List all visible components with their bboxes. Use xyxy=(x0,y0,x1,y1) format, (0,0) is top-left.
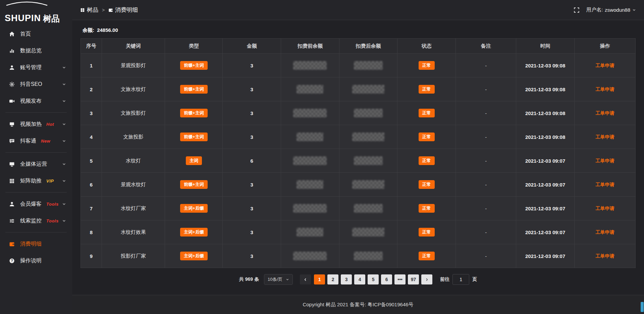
status-badge: 正常 xyxy=(419,109,435,117)
page-size-select[interactable]: 10条/页 xyxy=(264,274,293,285)
more-pages-button[interactable]: ••• xyxy=(394,274,406,284)
sidebar-item-account-manage[interactable]: 账号管理 xyxy=(0,59,72,76)
total-count: 共 969 条 xyxy=(239,276,259,282)
work-order-link[interactable]: 工单申请 xyxy=(595,134,614,140)
cell-index: 4 xyxy=(81,125,102,149)
work-order-link[interactable]: 工单申请 xyxy=(595,87,614,92)
sidebar-divider xyxy=(5,152,67,153)
video-icon xyxy=(9,98,15,104)
cell-type: 主词 xyxy=(165,149,223,173)
cell-time: 2021-12-03 09:07 xyxy=(516,244,575,268)
cell-keyword: 文旅投影灯 xyxy=(102,101,165,125)
cell-amount: 6 xyxy=(223,149,281,173)
page-button-2[interactable]: 2 xyxy=(327,274,338,284)
work-order-link[interactable]: 工单申请 xyxy=(595,110,614,116)
sidebar-item-home[interactable]: 首页 xyxy=(0,25,72,42)
masked-value xyxy=(352,180,384,189)
sidebar-item-label: 会员爆客 xyxy=(20,201,42,208)
cell-pre-balance xyxy=(281,101,339,125)
sidebar-item-data-overview[interactable]: 数据总览 xyxy=(0,42,72,59)
cell-time: 2021-12-03 09:08 xyxy=(516,77,575,101)
fullscreen-icon[interactable] xyxy=(574,7,580,13)
chevron-down-icon xyxy=(632,7,636,13)
sidebar-item-douketong[interactable]: 抖客通New xyxy=(0,133,72,149)
work-order-link[interactable]: 工单申请 xyxy=(595,63,614,68)
work-order-link[interactable]: 工单申请 xyxy=(595,206,614,211)
sidebar-item-video-heat[interactable]: 视频加热Hot xyxy=(0,116,72,133)
screen-icon xyxy=(9,121,15,127)
cell-amount: 3 xyxy=(223,244,281,268)
prev-page-button[interactable] xyxy=(300,274,311,284)
goto-page-input[interactable] xyxy=(452,274,469,285)
sidebar-item-clue-monitor[interactable]: 线索监控Tools xyxy=(0,212,72,229)
user-dropdown[interactable]: 用户名: zswodun88 xyxy=(586,7,636,13)
cell-time: 2021-12-03 09:08 xyxy=(516,125,575,149)
balance-label: 余额: xyxy=(83,27,94,33)
sidebar-item-member-baoke[interactable]: 会员爆客Tools xyxy=(0,196,72,212)
sidebar-divider xyxy=(5,232,67,232)
work-order-link[interactable]: 工单申请 xyxy=(595,253,614,259)
column-header: 关键词 xyxy=(102,39,165,54)
sidebar-item-badge: Tools xyxy=(46,218,59,223)
next-page-button[interactable] xyxy=(421,274,432,284)
cell-action: 工单申请 xyxy=(574,54,635,77)
monitor-icon xyxy=(9,161,15,167)
sidebar-divider xyxy=(5,112,67,113)
masked-value xyxy=(354,61,383,70)
chevron-down-icon xyxy=(62,202,66,206)
cell-status: 正常 xyxy=(397,125,456,149)
column-header: 操作 xyxy=(574,39,635,54)
work-order-link[interactable]: 工单申请 xyxy=(595,158,614,163)
cell-type: 主词+后缀 xyxy=(165,197,223,220)
cell-time: 2021-12-03 09:07 xyxy=(516,220,575,244)
cell-amount: 3 xyxy=(223,197,281,220)
column-header: 类型 xyxy=(165,39,223,54)
work-order-link[interactable]: 工单申请 xyxy=(595,182,614,187)
cell-amount: 3 xyxy=(223,173,281,197)
sidebar-item-douyin-seo[interactable]: 抖音SEO xyxy=(0,76,72,93)
chat-icon xyxy=(9,138,15,144)
sliders-icon xyxy=(9,218,15,224)
logo-text-cn: 树品 xyxy=(43,14,60,23)
page-button-1[interactable]: 1 xyxy=(314,274,325,284)
cell-remark: - xyxy=(456,101,516,125)
type-badge: 前缀+主词 xyxy=(180,85,208,94)
work-order-link[interactable]: 工单申请 xyxy=(595,229,614,235)
cell-keyword: 水纹灯效果 xyxy=(102,220,165,244)
table-header-row: 序号关键词类型金额扣费前余额扣费后余额状态备注时间操作 xyxy=(81,39,636,54)
grid-icon xyxy=(9,178,15,184)
sidebar-item-label: 消费明细 xyxy=(20,241,42,248)
username-label: 用户名: xyxy=(586,7,603,13)
sidebar-item-label: 视频发布 xyxy=(20,98,42,105)
table-row: 7水纹灯厂家主词+后缀3正常-2021-12-03 09:07工单申请 xyxy=(81,197,636,220)
sidebar-item-media-operation[interactable]: 全媒体运营 xyxy=(0,156,72,172)
breadcrumb-item-current[interactable]: 消费明细 xyxy=(108,6,138,14)
sidebar-item-consume-detail[interactable]: 消费明细 xyxy=(0,235,72,252)
sidebar-item-video-publish[interactable]: 视频发布 xyxy=(0,93,72,109)
page-button-6[interactable]: 6 xyxy=(381,274,392,284)
scrollbar-thumb[interactable] xyxy=(641,302,644,312)
cell-time: 2021-12-03 09:08 xyxy=(516,54,575,77)
cell-keyword: 景观投影灯 xyxy=(102,54,165,77)
sidebar-item-operation-guide[interactable]: ?操作说明 xyxy=(0,252,72,269)
masked-value xyxy=(293,61,327,70)
breadcrumb-item-home[interactable]: 树品 xyxy=(80,6,98,14)
cell-amount: 3 xyxy=(223,125,281,149)
cell-keyword: 水纹灯 xyxy=(102,149,165,173)
cell-action: 工单申请 xyxy=(574,77,635,101)
cell-index: 5 xyxy=(81,149,102,173)
type-badge: 前缀+主词 xyxy=(180,133,208,141)
chevron-down-icon xyxy=(62,219,66,223)
page-button-3[interactable]: 3 xyxy=(341,274,352,284)
goto-label: 前往 xyxy=(440,276,449,282)
status-badge: 正常 xyxy=(419,252,435,260)
chevron-down-icon xyxy=(62,82,66,86)
cell-type: 前缀+主词 xyxy=(165,125,223,149)
page-size-value: 10条/页 xyxy=(268,276,282,282)
cell-pre-balance xyxy=(281,125,339,149)
page-button-5[interactable]: 5 xyxy=(368,274,379,284)
page-button-4[interactable]: 4 xyxy=(354,274,365,284)
page-button-97[interactable]: 97 xyxy=(408,274,419,284)
column-header: 状态 xyxy=(397,39,456,54)
sidebar-item-matrix-boost[interactable]: 矩阵助推VIP xyxy=(0,172,72,189)
